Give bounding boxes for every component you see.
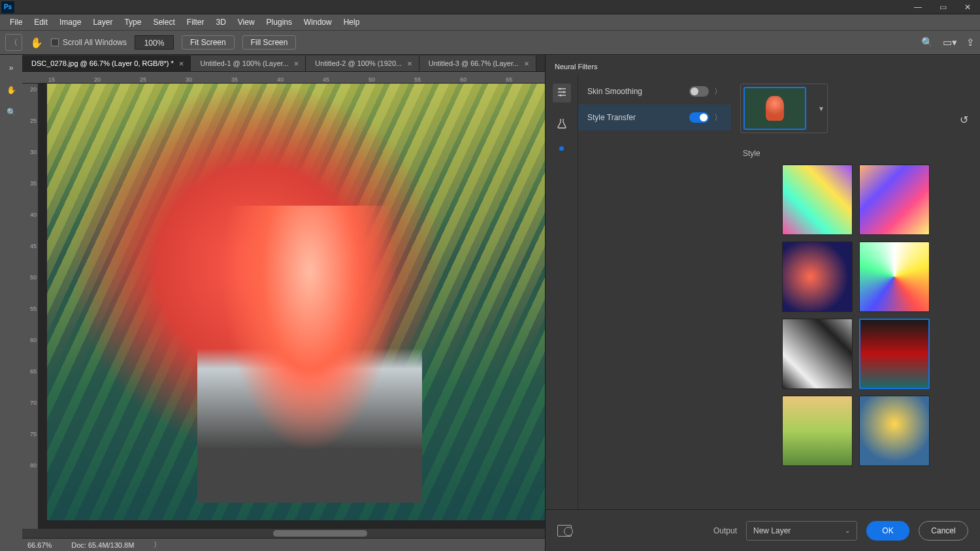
- tab-close-icon[interactable]: ×: [524, 59, 529, 69]
- menu-type[interactable]: Type: [118, 16, 147, 29]
- close-button[interactable]: ✕: [955, 0, 980, 14]
- document-tab[interactable]: Untitled-2 @ 100% (1920... ×: [306, 55, 419, 71]
- scrollbar-thumb[interactable]: [273, 530, 367, 537]
- document-tab[interactable]: DSC_0278.jpg @ 66.7% (Layer 0, RGB/8*) *…: [22, 55, 191, 71]
- title-bar: Ps — ▭ ✕: [0, 0, 980, 14]
- scroll-all-windows-checkbox[interactable]: Scroll All Windows: [51, 38, 127, 47]
- expand-panels-icon[interactable]: »: [3, 60, 19, 76]
- svg-point-0: [559, 88, 561, 90]
- tab-label: Untitled-2 @ 100% (1920...: [315, 59, 402, 67]
- chevron-right-icon: 〉: [714, 112, 722, 123]
- tab-label: DSC_0278.jpg @ 66.7% (Layer 0, RGB/8*) *: [31, 59, 174, 67]
- neural-filters-panel: Neural Filters Skin Smoothing 〉: [545, 55, 980, 551]
- status-bar: 66.67% Doc: 65.4M/130.8M 〉: [22, 538, 545, 551]
- style-preset-5[interactable]: [782, 319, 853, 389]
- vertical-ruler: 20253035404550556065707580: [22, 84, 38, 529]
- panel-title: Neural Filters: [546, 58, 606, 74]
- filter-options: ▼ ↺ Style: [731, 74, 980, 509]
- fill-screen-button[interactable]: Fill Screen: [242, 35, 297, 50]
- style-preset-4[interactable]: [859, 242, 930, 312]
- tab-close-icon[interactable]: ×: [294, 59, 299, 69]
- menu-select[interactable]: Select: [147, 16, 180, 29]
- minimize-button[interactable]: —: [906, 0, 930, 14]
- app-logo: Ps: [1, 1, 14, 13]
- output-select[interactable]: New Layer ⌄: [746, 521, 857, 541]
- tab-close-icon[interactable]: ×: [179, 59, 184, 69]
- filter-skin-smoothing[interactable]: Skin Smoothing 〉: [578, 78, 731, 104]
- panel-tab-bar: Neural Filters: [546, 55, 980, 74]
- left-tool-strip: » ✋ 🔍: [0, 55, 22, 551]
- active-indicator-icon: [559, 146, 564, 151]
- menu-filter[interactable]: Filter: [181, 16, 210, 29]
- hand-tool[interactable]: ✋: [3, 82, 19, 98]
- output-value: New Layer: [753, 526, 791, 535]
- menu-plugins[interactable]: Plugins: [261, 16, 298, 29]
- output-label: Output: [713, 526, 737, 535]
- canvas[interactable]: [38, 84, 545, 529]
- menu-layer[interactable]: Layer: [87, 16, 118, 29]
- beta-filters-icon[interactable]: [557, 118, 566, 131]
- layer-mask-icon[interactable]: [557, 525, 572, 537]
- tab-label: Untitled-3 @ 66.7% (Layer...: [429, 59, 519, 67]
- doc-size-readout: Doc: 65.4M/130.8M: [71, 541, 134, 549]
- style-grid: [740, 165, 971, 466]
- menu-image[interactable]: Image: [54, 16, 87, 29]
- filter-style-transfer[interactable]: Style Transfer 〉: [578, 104, 731, 131]
- featured-filters-icon[interactable]: [553, 84, 571, 102]
- menu-view[interactable]: View: [232, 16, 261, 29]
- tab-label: Untitled-1 @ 100% (Layer...: [200, 59, 288, 67]
- zoom-tool[interactable]: 🔍: [3, 104, 19, 120]
- source-thumbnail-selector[interactable]: ▼: [740, 84, 828, 133]
- status-chevron-icon[interactable]: 〉: [154, 540, 161, 550]
- chevron-down-icon: ▼: [818, 105, 825, 112]
- share-icon[interactable]: ⇪: [966, 37, 975, 48]
- hand-tool-icon: ✋: [30, 37, 43, 49]
- workspace-switcher-icon[interactable]: ▭▾: [943, 37, 957, 48]
- filter-label: Skin Smoothing: [587, 87, 642, 96]
- menu-file[interactable]: File: [4, 16, 28, 29]
- source-thumbnail: [743, 87, 806, 130]
- zoom-field[interactable]: 100%: [135, 35, 174, 50]
- document-tab[interactable]: Untitled-3 @ 66.7% (Layer... ×: [419, 55, 536, 71]
- maximize-button[interactable]: ▭: [930, 0, 955, 14]
- horizontal-ruler: 15202530354045505560657075: [22, 72, 545, 84]
- scroll-all-label: Scroll All Windows: [63, 38, 127, 47]
- zoom-readout: 66.67%: [27, 541, 52, 549]
- style-section-label: Style: [743, 149, 971, 158]
- svg-point-2: [559, 95, 561, 97]
- document-tab-strip: DSC_0278.jpg @ 66.7% (Layer 0, RGB/8*) *…: [22, 55, 545, 72]
- svg-point-1: [563, 91, 564, 93]
- document-tab[interactable]: Untitled-1 @ 100% (Layer... ×: [191, 55, 306, 71]
- document-area: DSC_0278.jpg @ 66.7% (Layer 0, RGB/8*) *…: [22, 55, 545, 551]
- style-preset-1[interactable]: [782, 165, 853, 235]
- menu-window[interactable]: Window: [298, 16, 338, 29]
- search-icon[interactable]: 🔍: [921, 37, 934, 48]
- back-button[interactable]: 〈: [5, 34, 22, 51]
- panel-footer: Output New Layer ⌄ OK Cancel: [546, 509, 980, 551]
- cancel-button[interactable]: Cancel: [919, 521, 968, 541]
- menu-help[interactable]: Help: [338, 16, 366, 29]
- style-preset-2[interactable]: [859, 165, 930, 235]
- style-preset-7[interactable]: [782, 396, 853, 466]
- filter-list: Skin Smoothing 〉 Style Transfer 〉: [578, 74, 731, 509]
- style-preset-8[interactable]: [859, 396, 930, 466]
- fit-screen-button[interactable]: Fit Screen: [182, 35, 235, 50]
- ok-button[interactable]: OK: [866, 521, 909, 541]
- menu-bar: File Edit Image Layer Type Select Filter…: [0, 14, 980, 30]
- filter-category-column: [546, 74, 578, 509]
- chevron-right-icon: 〉: [714, 86, 722, 97]
- style-preset-3[interactable]: [782, 242, 853, 312]
- horizontal-scrollbar[interactable]: [22, 529, 545, 538]
- reset-icon[interactable]: ↺: [960, 114, 968, 126]
- menu-edit[interactable]: Edit: [28, 16, 54, 29]
- canvas-image: [47, 84, 545, 520]
- options-bar: 〈 ✋ Scroll All Windows 100% Fit Screen F…: [0, 30, 980, 55]
- checkbox-icon: [51, 39, 59, 46]
- tab-close-icon[interactable]: ×: [407, 59, 412, 69]
- style-preset-6[interactable]: [859, 319, 930, 389]
- filter-label: Style Transfer: [587, 113, 636, 122]
- toggle-style-transfer[interactable]: [689, 112, 709, 123]
- toggle-skin-smoothing[interactable]: [689, 86, 709, 97]
- chevron-down-icon: ⌄: [845, 527, 850, 534]
- menu-3d[interactable]: 3D: [210, 16, 231, 29]
